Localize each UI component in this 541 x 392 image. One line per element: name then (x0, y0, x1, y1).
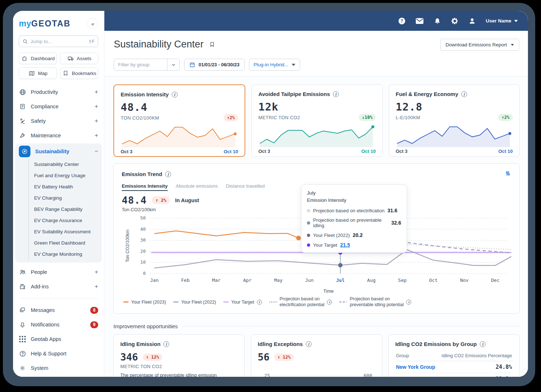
dashboard-button[interactable]: Dashboard (19, 53, 57, 64)
sidebar-item-people[interactable]: People + (13, 265, 104, 279)
assets-label: Assets (77, 56, 92, 61)
info-icon[interactable]: i (306, 341, 312, 347)
table-row[interactable]: Hudson Malone 23.9% (395, 373, 513, 377)
filter-by-group-select[interactable]: Filter by group (114, 59, 180, 71)
bookmark-icon (62, 70, 69, 77)
jump-to-search-input[interactable]: Jump to... ⇧F (19, 36, 98, 47)
target-value-link[interactable]: 21.5 (340, 242, 350, 248)
sidebar-item-notifications[interactable]: Notifications 9 (13, 317, 104, 332)
mail-icon[interactable] (415, 17, 424, 25)
subnav-fuel-and-energy-usage[interactable]: Fuel and Energy Usage (29, 170, 102, 181)
user-menu[interactable]: User Name (486, 18, 518, 24)
nav-label: Help & Support (31, 351, 98, 356)
info-icon[interactable]: i (406, 300, 411, 305)
expand-icon[interactable]: + (95, 283, 98, 290)
bell-icon[interactable] (433, 17, 441, 25)
assets-button[interactable]: Assets (60, 53, 98, 64)
svg-text:Time: Time (323, 288, 333, 294)
info-icon[interactable]: i (333, 91, 339, 97)
puzzle-icon (19, 283, 26, 290)
mygeotab-logo: myGEOTAB (19, 19, 71, 29)
kpi-card-avoided-tailpipe-emissions[interactable]: Avoided Tailpipe Emissionsi 12k METRIC T… (251, 84, 383, 157)
legend-projection-electrification: Projection based onelectrification poten… (269, 296, 332, 308)
table-row[interactable]: New York Group 24.8% (395, 361, 513, 373)
subnav-ev-charge-monitoring[interactable]: EV Charge Monitoring (29, 249, 102, 260)
bookmarks-button[interactable]: Bookmarks (60, 67, 98, 79)
kpi-title: Fuel & Energy Economy (396, 91, 458, 97)
content-area: Emission Intensityi 48.4 TON CO2/100KM ↑… (104, 76, 528, 377)
trend-badge: ↓10% (359, 114, 376, 121)
trend-badge: ↑ 12% (274, 354, 294, 361)
sidebar-item-system[interactable]: System (13, 361, 104, 375)
series-dot (307, 234, 310, 237)
kpi-title: Emission Intensity (121, 91, 169, 97)
bookmarks-label: Bookmarks (72, 71, 96, 76)
info-icon[interactable]: i (257, 300, 262, 305)
expand-icon[interactable]: + (95, 88, 98, 96)
sidebar-collapse-button[interactable]: « (87, 18, 98, 29)
idling-exceptions-card: Idling Exceptionsi 56 ↑ 12% 2560020480 (251, 334, 382, 377)
group-link[interactable]: New York Group (395, 361, 438, 373)
group-link[interactable]: Hudson Malone (395, 373, 438, 377)
calendar-icon (189, 62, 195, 68)
kpi-card-fuel-energy-economy[interactable]: Fuel & Energy Economyi 12.8 L-E/100KM ↑2… (389, 84, 520, 157)
subnav-ev-charging[interactable]: EV Charging (29, 192, 102, 204)
tab-absolute-emissions[interactable]: Absolute emissions (176, 183, 218, 191)
kpi-card-emission-intensity[interactable]: Emission Intensityi 48.4 TON CO2/100KM ↑… (113, 84, 245, 157)
info-icon[interactable]: i (461, 91, 467, 97)
help-circle-icon (19, 350, 26, 357)
sidebar-item-messages[interactable]: Messages 8 (13, 303, 104, 317)
nav-label: Maintenance (31, 133, 90, 138)
idling-emission-card: Idling Emissioni 346 ↑ 12% METRIC TON CO… (113, 334, 245, 377)
person-icon[interactable] (468, 17, 476, 25)
info-icon[interactable]: i (165, 171, 171, 177)
search-placeholder: Jump to... (30, 39, 86, 44)
expand-icon[interactable]: + (95, 103, 98, 110)
tab-distance-travelled[interactable]: Distance travelled (226, 183, 265, 191)
fuel-type-select[interactable]: Plug-in Hybrid... (249, 59, 300, 71)
collapse-minus-icon[interactable]: − (95, 148, 98, 155)
trend-title: Emission Trend (122, 171, 162, 177)
expand-icon[interactable]: + (95, 117, 98, 125)
legend-projection-preventable-idling: Projection based onpreventable idling po… (339, 296, 411, 308)
chart-settings-sliders-icon[interactable] (504, 170, 511, 178)
info-icon[interactable]: i (172, 92, 178, 97)
subnav-sustainability-center[interactable]: Sustainability Center (29, 159, 102, 170)
nav-label: Add-ins (31, 284, 90, 289)
sidebar-item-add-ins[interactable]: Add-ins + (13, 279, 104, 294)
download-emissions-report-button[interactable]: Download Emissions Report (440, 39, 519, 51)
legend-your-target: Your Targeti (223, 300, 262, 305)
sidebar-item-compliance[interactable]: Compliance + (13, 99, 104, 114)
tab-emissions-intensity[interactable]: Emissions Intensity (122, 183, 168, 191)
sidebar-item-geotab-apps[interactable]: Geotab Apps (13, 332, 104, 346)
svg-text:Feb: Feb (181, 278, 190, 283)
subnav-ev-suitability-assessment[interactable]: EV Suitability Assessment (29, 226, 102, 237)
gear-icon[interactable] (451, 17, 459, 25)
tooltip-row: Your Target21.5 (307, 242, 401, 248)
sidebar-item-maintenance[interactable]: Maintenance + (13, 128, 104, 143)
sidebar-item-safety[interactable]: Safety + (13, 114, 104, 128)
sidebar-item-help-support[interactable]: Help & Support (13, 346, 104, 361)
subnav-ev-charge-assurance[interactable]: EV Charge Assurance (29, 215, 102, 226)
sustainability-subnav: Sustainability Center Fuel and Energy Us… (28, 159, 102, 260)
subnav-green-fleet-dashboard[interactable]: Green Fleet Dashboard (29, 237, 102, 249)
help-circle-icon[interactable]: ? (398, 17, 406, 25)
bookmark-page-icon[interactable] (209, 41, 215, 47)
info-icon[interactable]: i (327, 300, 332, 305)
subnav-ev-battery-health[interactable]: EV Battery Health (29, 181, 102, 192)
sidebar-divider (19, 298, 98, 299)
map-icon (28, 70, 36, 77)
map-button[interactable]: Map (19, 67, 57, 79)
info-icon[interactable]: i (480, 341, 486, 347)
people-icon (19, 268, 26, 276)
expand-icon[interactable]: + (95, 268, 98, 276)
mygeotab-app: myGEOTAB « Jump to... ⇧F Dashboard Asset… (13, 11, 528, 377)
trend-change-badge: ↑ 2% (152, 196, 170, 204)
idling-exceptions-value: 56 (258, 351, 270, 363)
info-icon[interactable]: i (163, 341, 169, 347)
expand-icon[interactable]: + (95, 132, 98, 139)
date-range-picker[interactable]: 01/01/23 - 06/30/23 (184, 59, 245, 71)
sidebar-item-productivity[interactable]: Productivity + (13, 85, 104, 99)
subnav-bev-range-capability[interactable]: BEV Range Capability (29, 204, 102, 215)
sidebar-item-sustainability[interactable]: Sustainability − (15, 144, 102, 159)
